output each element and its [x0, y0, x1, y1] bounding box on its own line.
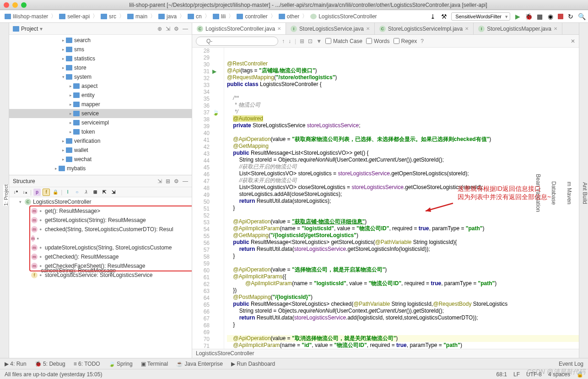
expand2-icon[interactable]: ⊞	[92, 189, 99, 196]
match-case-checkbox[interactable]: Match Case	[325, 38, 362, 44]
chevron-icon[interactable]: ▸	[68, 120, 73, 125]
breadcrumb[interactable]: lili	[211, 12, 228, 21]
tree-item[interactable]: ▸service	[9, 109, 192, 118]
editor-breadcrumb[interactable]: LogisticsStoreController	[192, 349, 579, 358]
update-icon[interactable]: ↻	[567, 13, 574, 20]
tab-ant[interactable]: Ant Build	[582, 182, 588, 204]
chevron-icon[interactable]: ▸	[68, 111, 73, 116]
chevron-icon[interactable]: ▸	[60, 65, 66, 70]
select-all-icon[interactable]: ⊞	[300, 38, 304, 44]
tab-terminal[interactable]: ▣ Terminal	[141, 361, 168, 367]
show-nonpublic-icon[interactable]: 🔒	[52, 189, 59, 196]
close-icon[interactable]: ✕	[465, 26, 469, 31]
hammer-icon[interactable]: ⚒	[440, 13, 448, 20]
breadcrumb[interactable]: cn	[186, 12, 204, 21]
tree-item[interactable]: ▾system	[9, 72, 192, 81]
debug-icon[interactable]: 🐞	[525, 13, 532, 20]
chevron-icon[interactable]: ▸	[60, 56, 66, 61]
show-lambda-icon[interactable]: λ	[82, 189, 90, 196]
code-content[interactable]: @RestController@Api(tags = "店铺端,物流公司接口")…	[224, 48, 579, 349]
hide-icon[interactable]: —	[183, 178, 188, 184]
tree-item[interactable]: ▸statistics	[9, 54, 192, 63]
chevron-icon[interactable]: ▸	[60, 148, 66, 152]
tree-item[interactable]: ▸sms	[9, 45, 192, 54]
breadcrumb[interactable]: seller-api	[57, 12, 92, 21]
breadcrumb[interactable]: other	[277, 12, 301, 21]
tab-run[interactable]: ▶ 4: Run	[5, 361, 27, 367]
close-icon[interactable]: ✕	[554, 26, 557, 31]
sort-visibility-icon[interactable]: ↓ₓ	[21, 189, 28, 196]
maximize-icon[interactable]	[21, 2, 27, 8]
chevron-icon[interactable]: ▸	[68, 93, 73, 97]
tree-item[interactable]: ▸verification	[9, 136, 192, 146]
tree-item[interactable]: ▸store	[9, 63, 192, 72]
tab-java-ee[interactable]: ☕ Java Enterprise	[176, 361, 223, 367]
run-config-selector[interactable]: SensitiveWordsFilter	[451, 12, 510, 21]
tab-project[interactable]: 1: Project	[3, 184, 9, 206]
prev-occurrence-icon[interactable]: ↑	[282, 38, 285, 44]
profile-icon[interactable]: ◉	[547, 13, 554, 20]
next-occurrence-icon[interactable]: ↓	[288, 38, 291, 44]
editor-tab[interactable]: CStoreLogisticsServiceImpl.java✕	[375, 23, 474, 34]
sort-alpha-icon[interactable]: ↓ᵃ	[12, 189, 19, 196]
chevron-icon[interactable]: ▸	[68, 84, 73, 88]
regex-checkbox[interactable]: Regex	[394, 38, 417, 44]
scroll-icon[interactable]: ⇲	[157, 178, 162, 184]
coverage-icon[interactable]: ▦	[536, 13, 543, 20]
tab-debug[interactable]: 🐞 5: Debug	[35, 361, 65, 367]
editor-tab[interactable]: IStoreLogisticsService.java✕	[286, 23, 375, 34]
stop-icon[interactable]	[558, 14, 563, 19]
chevron-icon[interactable]: ▾	[60, 75, 66, 79]
show-inherited-icon[interactable]: I	[64, 189, 71, 196]
find-input[interactable]	[196, 37, 278, 46]
hide-icon[interactable]: —	[183, 26, 188, 32]
autoscroll-icon[interactable]: ⇱	[101, 189, 108, 196]
chevron-icon[interactable]: ▸	[60, 157, 66, 162]
project-tree[interactable]: ▸search▸sms▸statistics▸store▾system▸aspe…	[9, 35, 192, 175]
gear-icon[interactable]: ⚙	[174, 178, 179, 184]
tree-item[interactable]: ▸wallet	[9, 146, 192, 155]
show-fields-icon[interactable]: f	[43, 189, 50, 196]
window-controls[interactable]	[4, 2, 27, 8]
show-anonymous-icon[interactable]: ○	[73, 189, 81, 196]
scroll-from-source-icon[interactable]: ⊕	[157, 26, 162, 32]
editor-tab[interactable]: CLogisticsStoreController.java✕	[192, 23, 286, 34]
breadcrumb[interactable]: java	[156, 12, 178, 21]
editor-tab[interactable]: IStoreLogisticsMapper.java✕	[474, 23, 562, 34]
tree-item[interactable]: ▸search	[9, 36, 192, 45]
filter-icon[interactable]: ▼	[316, 38, 322, 44]
structure-item[interactable]: m●cancel(String): ResultMessage	[9, 234, 192, 243]
tree-item[interactable]: ▸aspect	[9, 81, 192, 91]
run-icon[interactable]: ▶	[514, 13, 521, 20]
chevron-icon[interactable]: ▸	[68, 130, 73, 134]
search-icon[interactable]: 🔍	[578, 13, 585, 20]
tree-item[interactable]: ▸token	[9, 127, 192, 136]
autoscroll2-icon[interactable]: ⇲	[110, 189, 117, 196]
structure-list[interactable]: ▾ C LogisticsStoreController m●get(): Re…	[9, 197, 192, 358]
minimize-icon[interactable]	[12, 2, 18, 8]
tree-item[interactable]: ▸wechat	[9, 155, 192, 164]
chevron-icon[interactable]: ▸	[53, 166, 59, 171]
collapse-all-icon[interactable]: ⇲	[166, 26, 170, 32]
tree-item[interactable]: ▸entity	[9, 91, 192, 100]
breadcrumb[interactable]: controller	[235, 12, 269, 21]
tree-item[interactable]: ▸serviceimpl	[9, 118, 192, 127]
gear-icon[interactable]: ⚙	[174, 26, 179, 32]
add-selection-icon[interactable]: ⊡	[308, 38, 313, 44]
status-position[interactable]: 68:1	[496, 371, 507, 378]
event-log[interactable]: Event Log	[559, 361, 583, 367]
breadcrumb[interactable]: main	[125, 12, 149, 21]
breadcrumb[interactable]: src	[99, 12, 118, 21]
tree-item[interactable]: ▸mapper	[9, 100, 192, 109]
code-area[interactable]: 2829303132333435363738394041424344454647…	[192, 48, 579, 349]
close-icon[interactable]: ✕	[366, 26, 370, 31]
expand-icon[interactable]: ⊞	[166, 178, 170, 184]
tab-run-dashboard[interactable]: ▶ Run Dashboard	[231, 361, 275, 367]
breadcrumb[interactable]: LogisticsStoreController	[308, 12, 378, 21]
chevron-icon[interactable]: ▸	[60, 47, 66, 52]
tab-todo[interactable]: ≡ 6: TODO	[74, 361, 100, 367]
build-icon[interactable]: ⤓	[429, 13, 437, 20]
chevron-icon[interactable]: ▸	[60, 139, 66, 143]
status-line-sep[interactable]: LF	[513, 371, 520, 378]
words-checkbox[interactable]: Words	[366, 38, 389, 44]
